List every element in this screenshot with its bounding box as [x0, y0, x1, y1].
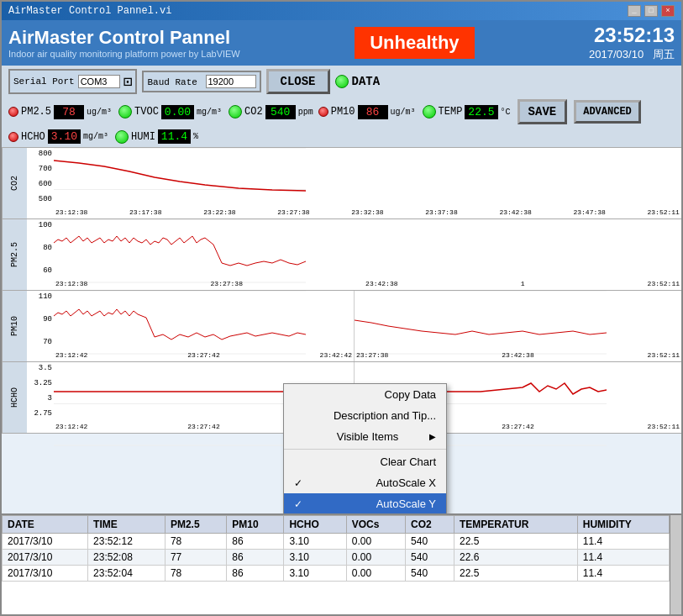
table-cell: 78: [165, 534, 226, 550]
co2-time-axis: 23:12:38 23:17:38 23:22:38 23:27:38 23:3…: [54, 205, 681, 218]
table-cell: 3.10: [284, 550, 346, 566]
current-date: 2017/03/10 周五: [589, 47, 675, 62]
col-hcho: HCHO: [284, 516, 346, 534]
hcho-led: [8, 132, 18, 142]
co2-y-600: 600: [27, 180, 52, 188]
table-row: 2017/3/1023:52:0478863.100.0054022.511.4: [3, 566, 670, 582]
co2-y-500: 500: [27, 195, 52, 203]
controls-row: Serial Port ⊡ Baud Rate CLOSE DATA PM2.5…: [2, 66, 681, 148]
serial-port-spinner[interactable]: ⊡: [123, 72, 133, 91]
title-bar: AirMaster Control Pannel.vi _ □ ×: [2, 2, 681, 20]
pm10-right-time: 23:27:38 23:42:38 23:52:11: [355, 348, 681, 361]
pm10-value: 86: [358, 105, 388, 119]
pm10-led: [318, 107, 328, 117]
menu-copy-data[interactable]: Copy Data: [284, 384, 446, 405]
table-cell: 11.4: [577, 534, 669, 550]
sensors-row: PM2.5 78 ug/m³ TVOC 0.00 mg/m³ CO2 540 p…: [8, 105, 313, 119]
tvoc-unit: mg/m³: [197, 108, 222, 117]
co2-y-700: 700: [27, 165, 52, 173]
co2-led: [229, 105, 242, 118]
col-humidity: HUMIDITY: [577, 516, 669, 534]
window-controls: _ □ ×: [628, 5, 675, 17]
baud-rate-group: Baud Rate: [142, 71, 260, 92]
close-window-button[interactable]: ×: [661, 5, 675, 17]
pm25-led: [8, 107, 18, 117]
tvoc-sensor: TVOC 0.00 mg/m³: [118, 105, 222, 119]
pm25-plot: 100 80 60 23:12:38 23:27:38 23:42:38 1: [27, 219, 681, 290]
pm10-left-plot: 110 90 70 23:12:42 23:27:42 23:42:42: [27, 291, 355, 361]
pm25-chart-label: PM2.5: [2, 219, 27, 290]
co2-chart-label: CO2: [2, 148, 27, 218]
baud-rate-input[interactable]: [206, 75, 256, 88]
menu-autoscale-x[interactable]: AutoScale X: [284, 472, 446, 493]
hcho-label: HCHO: [21, 131, 45, 143]
save-button[interactable]: SAVE: [518, 99, 568, 124]
table-cell: 0.00: [346, 566, 405, 582]
col-vocs: VOCs: [346, 516, 405, 534]
co2-value: 540: [265, 105, 296, 119]
serial-port-input[interactable]: [78, 75, 120, 88]
pm25-time-axis: 23:12:38 23:27:38 23:42:38 1 23:52:11: [54, 276, 681, 290]
pm25-label: PM2.5: [21, 106, 51, 118]
col-time: TIME: [88, 516, 165, 534]
temp-label: TEMP: [439, 106, 463, 118]
tvoc-value: 0.00: [161, 105, 194, 119]
data-table: DATE TIME PM2.5 PM10 HCHO VOCs CO2 TEMPE…: [2, 515, 670, 582]
humi-value: 11.4: [158, 129, 191, 144]
hcho-unit: mg/m³: [83, 132, 108, 141]
data-table-section: DATE TIME PM2.5 PM10 HCHO VOCs CO2 TEMPE…: [2, 513, 681, 614]
table-cell: 11.4: [577, 550, 669, 566]
co2-sensor: CO2 540 ppm: [229, 105, 313, 119]
table-cell: 540: [406, 550, 454, 566]
col-co2: CO2: [406, 516, 454, 534]
col-temp: TEMPERATUR: [454, 516, 577, 534]
main-window: AirMaster Control Pannel.vi _ □ × AirMas…: [0, 0, 683, 616]
app-subtitle: Indoor air quality monitoring platform p…: [8, 49, 240, 59]
col-pm10: PM10: [227, 516, 284, 534]
app-title: AirMaster Control Pannel: [8, 27, 240, 49]
pm10-sensor: PM10 86 ug/m³: [318, 105, 416, 119]
table-scrollbar[interactable]: [670, 515, 681, 614]
hcho-sensor: HCHO 3.10 mg/m³: [8, 129, 108, 144]
serial-port-group: Serial Port ⊡: [8, 69, 137, 94]
menu-autoscale-y[interactable]: AutoScale Y: [284, 493, 446, 513]
table-cell: 2017/3/10: [3, 566, 88, 582]
pm10-left-time: 23:12:42 23:27:42 23:42:42: [54, 348, 354, 361]
advanced-button[interactable]: ADVANCED: [574, 100, 641, 124]
humi-led: [115, 130, 129, 144]
header: AirMaster Control Pannel Indoor air qual…: [2, 20, 681, 66]
table-cell: 0.00: [346, 534, 405, 550]
menu-clear-chart[interactable]: Clear Chart: [284, 451, 446, 472]
co2-y-800: 800: [27, 150, 52, 158]
pm10-chart-row: PM10 110 90 70 23:12:42 23:27:42 23:4: [2, 291, 681, 362]
co2-plot: 800 700 600 500 23:12:38 23:17:38: [27, 148, 681, 218]
humi-sensor: HUMI 11.4 %: [115, 129, 198, 144]
minimize-button[interactable]: _: [628, 5, 641, 17]
col-date: DATE: [3, 516, 88, 534]
close-button[interactable]: CLOSE: [266, 69, 330, 94]
table-row: 2017/3/1023:52:1278863.100.0054022.511.4: [3, 534, 670, 550]
table-cell: 23:52:12: [88, 534, 165, 550]
table-cell: 540: [406, 566, 454, 582]
pm10-unit: ug/m³: [391, 108, 416, 117]
table-cell: 23:52:04: [88, 566, 165, 582]
menu-visible-items[interactable]: Visible Items ▶: [284, 426, 446, 447]
charts-container: CO2 800 700 600 500 2: [2, 148, 681, 513]
humi-label: HUMI: [131, 131, 155, 143]
table-cell: 22.6: [454, 550, 577, 566]
maximize-button[interactable]: □: [644, 5, 658, 17]
table-cell: 86: [227, 566, 284, 582]
hcho-chart-label: HCHO: [2, 362, 27, 433]
table-cell: 540: [406, 534, 454, 550]
co2-label: CO2: [244, 106, 263, 118]
table-cell: 77: [165, 550, 226, 566]
table-cell: 2017/3/10: [3, 550, 88, 566]
baud-rate-label: Baud Rate: [147, 77, 197, 87]
table-cell: 11.4: [577, 566, 669, 582]
hcho-value: 3.10: [48, 129, 81, 144]
table-cell: 0.00: [346, 550, 405, 566]
menu-description[interactable]: Description and Tip...: [284, 405, 446, 426]
pm25-sensor: PM2.5 78 ug/m³: [8, 105, 112, 119]
context-menu: Copy Data Description and Tip... Visible…: [283, 383, 447, 513]
humi-unit: %: [193, 132, 198, 141]
